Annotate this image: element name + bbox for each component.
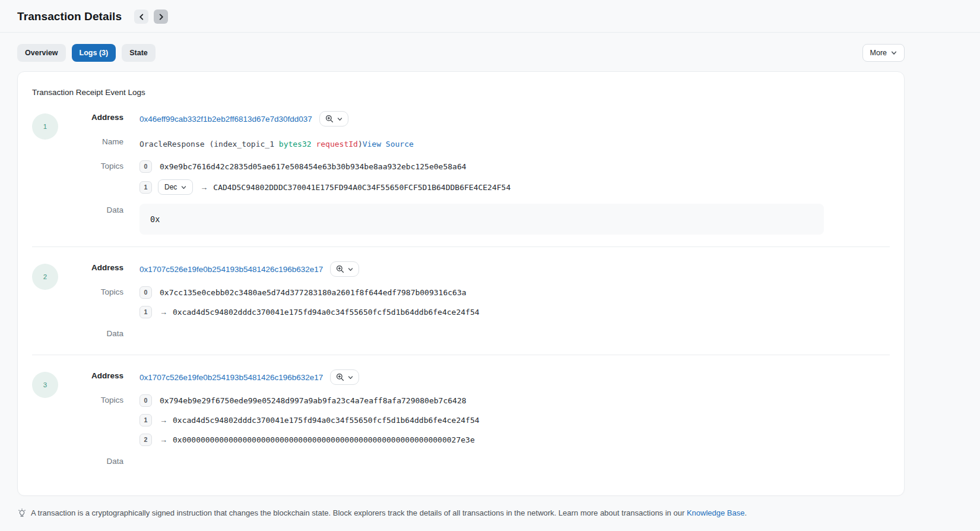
more-button-label: More bbox=[870, 49, 887, 57]
address-row: Address 0x1707c526e19fe0b254193b5481426c… bbox=[58, 261, 890, 277]
view-source-link[interactable]: View Source bbox=[363, 140, 414, 148]
chevron-down-icon bbox=[181, 185, 186, 190]
arrow-icon: → bbox=[200, 183, 208, 192]
tab-logs[interactable]: Logs (3) bbox=[72, 44, 116, 62]
chevron-left-icon bbox=[138, 14, 145, 20]
topic-index-badge: 0 bbox=[139, 160, 152, 173]
footer-note: A transaction is a cryptographically sig… bbox=[17, 508, 963, 519]
topic-value: 0xcad4d5c94802dddc370041e175fd94a0c34f55… bbox=[173, 308, 480, 317]
topic-index-badge: 0 bbox=[139, 286, 152, 299]
event-param-name: requestId bbox=[312, 140, 358, 148]
topic-value: 0x7cc135e0cebb02c3480ae5d74d377283180a26… bbox=[160, 288, 467, 297]
data-row: Data bbox=[58, 455, 890, 470]
topic-line-1: 1 → 0xcad4d5c94802dddc370041e175fd94a0c3… bbox=[139, 305, 480, 318]
footer-text: A transaction is a cryptographically sig… bbox=[31, 508, 747, 519]
address-zoom-button[interactable] bbox=[319, 111, 348, 127]
topic-index-badge: 1 bbox=[139, 414, 152, 426]
topic-line-0: 0 0x9e9bc7616d42c2835d05ae617e508454e63b… bbox=[139, 160, 510, 173]
arrow-icon: → bbox=[160, 435, 167, 444]
chevron-down-icon bbox=[891, 50, 897, 56]
data-label: Data bbox=[58, 455, 123, 466]
topic-value: 0x00000000000000000000000000000000000000… bbox=[173, 435, 475, 444]
address-link[interactable]: 0x46eff99cab332f1b2eb2ff6813d67e7d30fdd0… bbox=[139, 115, 312, 124]
log-entry-2: 2 Address 0x1707c526e19fe0b254193b548142… bbox=[18, 249, 904, 352]
event-logs-card: Transaction Receipt Event Logs 1 Address… bbox=[17, 71, 905, 496]
tabs-row: Overview Logs (3) State More bbox=[0, 33, 980, 62]
knowledge-base-link[interactable]: Knowledge Base bbox=[687, 508, 745, 517]
address-row: Address 0x1707c526e19fe0b254193b5481426c… bbox=[58, 369, 890, 385]
topic-index-badge: 1 bbox=[139, 306, 152, 318]
log-index-badge: 2 bbox=[32, 264, 58, 290]
log-index-badge: 1 bbox=[32, 113, 58, 140]
topics-label: Topics bbox=[58, 160, 123, 170]
topic-value: 0x9e9bc7616d42c2835d05ae617e508454e63b30… bbox=[160, 162, 467, 171]
tab-state[interactable]: State bbox=[122, 44, 156, 62]
log-entry-1: 1 Address 0x46eff99cab332f1b2eb2ff6813d6… bbox=[18, 99, 904, 244]
data-row: Data bbox=[58, 327, 890, 343]
topics-label: Topics bbox=[58, 394, 123, 404]
tab-overview[interactable]: Overview bbox=[17, 44, 66, 62]
zoom-in-icon bbox=[325, 115, 334, 123]
topics-row: Topics 0 0x9e9bc7616d42c2835d05ae617e508… bbox=[58, 160, 890, 195]
page-header: Transaction Details bbox=[0, 0, 980, 33]
topic-line-1: 1 → 0xcad4d5c94802dddc370041e175fd94a0c3… bbox=[139, 413, 480, 426]
prev-transaction-button[interactable] bbox=[134, 10, 148, 24]
data-label: Data bbox=[58, 204, 123, 214]
topic-line-2: 2 → 0x0000000000000000000000000000000000… bbox=[139, 433, 480, 446]
topic-value-decoded: CAD4D5C94802DDDC370041E175FD94A0C34F5565… bbox=[213, 183, 510, 192]
address-zoom-button[interactable] bbox=[330, 261, 359, 277]
address-row: Address 0x46eff99cab332f1b2eb2ff6813d67e… bbox=[58, 111, 890, 127]
chevron-right-icon bbox=[158, 14, 164, 20]
chevron-down-icon bbox=[348, 267, 353, 272]
lightbulb-icon bbox=[17, 508, 27, 518]
more-dropdown-button[interactable]: More bbox=[862, 44, 905, 62]
address-label: Address bbox=[58, 369, 123, 380]
topic-index-badge: 1 bbox=[139, 181, 152, 194]
log-index-badge: 3 bbox=[32, 372, 58, 398]
topic-line-0: 0 0x7cc135e0cebb02c3480ae5d74d377283180a… bbox=[139, 286, 480, 299]
data-label: Data bbox=[58, 327, 123, 338]
address-label: Address bbox=[58, 261, 123, 272]
name-row: Name OracleResponse (index_topic_1 bytes… bbox=[58, 135, 890, 151]
topic-line-0: 0 0x794eb9e29f6750ede99e05248d997a9ab9fa… bbox=[139, 394, 480, 407]
name-label: Name bbox=[58, 135, 123, 146]
log-data-value: 0x bbox=[139, 204, 824, 235]
chevron-down-icon bbox=[337, 116, 342, 122]
topics-row: Topics 0 0x794eb9e29f6750ede99e05248d997… bbox=[58, 394, 890, 446]
arrow-icon: → bbox=[160, 416, 167, 425]
next-transaction-button[interactable] bbox=[154, 10, 168, 24]
chevron-down-icon bbox=[348, 375, 353, 380]
event-param-type: bytes32 bbox=[279, 140, 312, 148]
topic-index-badge: 2 bbox=[139, 434, 152, 446]
zoom-in-icon bbox=[336, 373, 344, 381]
arrow-icon: → bbox=[160, 308, 167, 317]
topic-line-1: 1 Dec → CAD4D5C94802DDDC370041E175FD94A0… bbox=[139, 179, 510, 195]
topic-index-badge: 0 bbox=[139, 394, 152, 407]
decode-format-dropdown[interactable]: Dec bbox=[158, 179, 193, 195]
address-link[interactable]: 0x1707c526e19fe0b254193b5481426c196b632e… bbox=[139, 265, 323, 274]
log-entry-3: 3 Address 0x1707c526e19fe0b254193b548142… bbox=[18, 358, 904, 480]
decode-format-label: Dec bbox=[164, 183, 177, 191]
topic-value: 0x794eb9e29f6750ede99e05248d997a9ab9fa23… bbox=[160, 396, 467, 405]
topics-label: Topics bbox=[58, 286, 123, 296]
zoom-in-icon bbox=[336, 265, 344, 273]
address-zoom-button[interactable] bbox=[330, 369, 359, 385]
event-signature: OracleResponse (index_topic_1 bytes32 re… bbox=[139, 140, 363, 148]
log-divider bbox=[32, 246, 890, 247]
data-row: Data 0x bbox=[58, 204, 890, 235]
log-divider bbox=[32, 355, 890, 355]
card-heading: Transaction Receipt Event Logs bbox=[32, 88, 890, 97]
topics-row: Topics 0 0x7cc135e0cebb02c3480ae5d74d377… bbox=[58, 286, 890, 318]
topic-value: 0xcad4d5c94802dddc370041e175fd94a0c34f55… bbox=[173, 416, 480, 425]
address-link[interactable]: 0x1707c526e19fe0b254193b5481426c196b632e… bbox=[139, 373, 323, 382]
address-label: Address bbox=[58, 111, 123, 122]
page-title: Transaction Details bbox=[17, 10, 122, 23]
